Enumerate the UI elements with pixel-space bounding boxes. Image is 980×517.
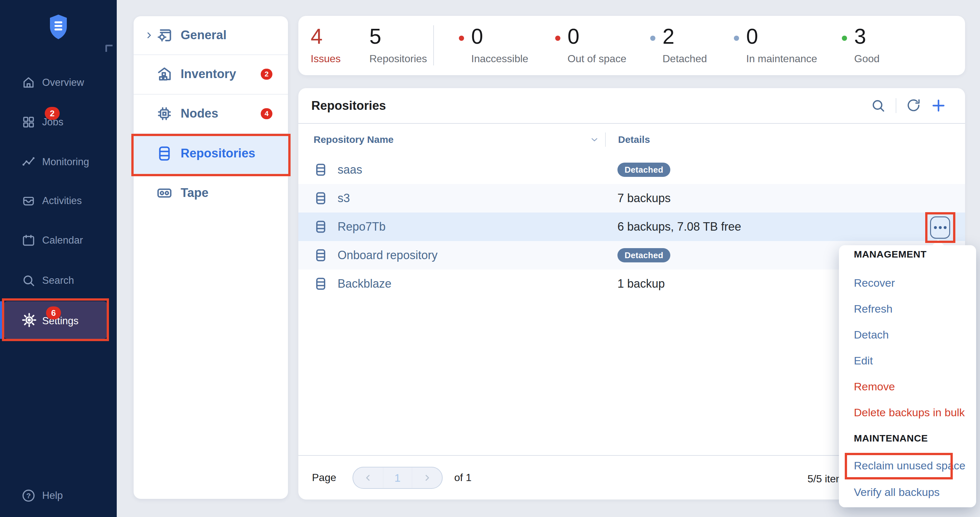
svg-text:?: ? — [26, 492, 31, 500]
nav-item-general[interactable]: General — [134, 16, 288, 54]
stat-label: Detached — [662, 53, 707, 65]
sidebar-item-monitoring[interactable]: Monitoring — [0, 152, 117, 172]
repositories-database-icon — [156, 145, 173, 162]
activities-inbox-icon — [21, 194, 36, 208]
row-actions-ellipsis-button[interactable] — [930, 216, 950, 239]
tape-cassette-icon — [156, 185, 173, 201]
repository-database-icon — [313, 220, 328, 234]
repository-details: 6 backups, 7.08 TB free — [605, 220, 741, 233]
search-icon — [21, 273, 36, 288]
sidebar-item-search[interactable]: Search — [0, 271, 117, 290]
repository-name[interactable]: Onboard repository — [337, 249, 438, 262]
menu-item-edit[interactable]: Edit — [839, 355, 976, 366]
detached-status-badge: Detached — [617, 248, 670, 262]
stat-good: 3 Good — [842, 16, 880, 65]
repository-database-icon — [313, 277, 328, 291]
repository-name[interactable]: saas — [337, 163, 362, 176]
table-row[interactable]: s3 7 backups — [298, 184, 965, 213]
jobs-count-badge: 2 — [45, 107, 60, 120]
repositories-status-summary: 4 Issues 5 Repositories 0 Inaccessible 0… — [298, 16, 965, 75]
sidebar-item-label: Activities — [42, 195, 82, 207]
settings-count-badge: 6 — [46, 306, 61, 319]
menu-item-reclaim-unused-space[interactable]: Reclaim unused space — [839, 460, 976, 471]
sidebar-item-calendar[interactable]: Calendar — [0, 231, 117, 250]
sidebar-collapse-icon[interactable] — [105, 45, 113, 52]
nodes-count-badge: 4 — [261, 108, 272, 119]
sidebar-item-label: Overview — [42, 77, 84, 89]
column-header-details[interactable]: Details — [606, 134, 650, 145]
menu-item-recover[interactable]: Recover — [839, 277, 976, 288]
menu-item-delete-backups-in-bulk[interactable]: Delete backups in bulk — [839, 407, 976, 418]
sidebar-item-label: Monitoring — [42, 156, 89, 168]
add-repository-icon[interactable] — [931, 98, 946, 113]
previous-page-chevron-icon[interactable] — [353, 468, 383, 488]
table-row[interactable]: saas Detached — [298, 155, 965, 184]
repository-actions-context-menu: MANAGEMENT Recover Refresh Detach Edit R… — [839, 245, 976, 507]
panel-title: Repositories — [311, 99, 386, 113]
next-page-chevron-icon[interactable] — [412, 468, 442, 488]
sort-chevron-down-icon[interactable] — [590, 135, 599, 144]
search-icon[interactable] — [870, 98, 886, 113]
toolbar-divider — [896, 98, 896, 113]
pager-control: 1 — [353, 467, 443, 489]
menu-item-detach[interactable]: Detach — [839, 329, 976, 340]
detached-status-badge: Detached — [617, 163, 670, 177]
menu-item-verify-all-backups[interactable]: Verify all backups — [839, 487, 976, 498]
nav-item-label: General — [181, 28, 227, 42]
sidebar-item-label: Calendar — [42, 235, 83, 246]
stat-label: Issues — [311, 53, 340, 65]
stat-value: 3 — [854, 24, 866, 48]
page-label: Page — [312, 472, 336, 484]
help-icon: ? — [21, 488, 36, 503]
repository-name[interactable]: s3 — [337, 192, 350, 205]
stat-inaccessible: 0 Inaccessible — [459, 16, 528, 65]
stat-label: Good — [854, 53, 880, 65]
stat-value: 0 — [568, 24, 579, 48]
status-dot-slate — [650, 36, 655, 41]
sidebar-item-overview[interactable]: Overview — [0, 73, 117, 92]
monitoring-chart-icon — [21, 155, 36, 169]
column-header-repository-name[interactable]: Repository Name — [313, 134, 394, 145]
calendar-icon — [21, 233, 36, 247]
stat-value: 4 — [311, 24, 323, 48]
stat-label: Repositories — [369, 53, 427, 65]
stat-label: Inaccessible — [471, 53, 528, 65]
repository-database-icon — [313, 191, 328, 205]
settings-secondary-nav: General Inventory 2 Nodes 4 Repositories… — [134, 16, 288, 499]
stat-value: 2 — [662, 24, 675, 48]
primary-sidebar: Overview Jobs 2 Monitoring Activities Ca… — [0, 0, 117, 517]
repository-name[interactable]: Repo7Tb — [337, 220, 386, 233]
refresh-icon[interactable] — [906, 98, 922, 113]
stat-detached: 2 Detached — [650, 16, 707, 65]
stat-value: 0 — [746, 24, 758, 48]
stat-issues: 4 Issues — [311, 16, 340, 65]
nav-item-nodes[interactable]: Nodes 4 — [134, 94, 288, 133]
repository-name[interactable]: Backblaze — [337, 277, 391, 290]
table-row-selected[interactable]: Repo7Tb 6 backups, 7.08 TB free — [298, 213, 965, 241]
nav-item-tape[interactable]: Tape — [134, 173, 288, 213]
repository-details: 7 backups — [605, 192, 671, 205]
nav-item-label: Repositories — [181, 146, 255, 160]
settings-selected-indicator — [0, 301, 4, 339]
repository-details: 1 backup — [605, 277, 665, 290]
stat-label: In maintenance — [746, 53, 817, 65]
chevron-right-icon — [144, 30, 154, 40]
inventory-count-badge: 2 — [261, 69, 272, 80]
panel-header: Repositories — [298, 88, 965, 124]
sidebar-item-help[interactable]: ? Help — [0, 486, 117, 505]
sidebar-item-activities[interactable]: Activities — [0, 191, 117, 211]
menu-item-remove[interactable]: Remove — [839, 381, 976, 392]
inventory-icon — [156, 66, 173, 82]
app-logo-shield-icon — [48, 14, 69, 40]
sidebar-item-label: Help — [42, 490, 63, 501]
current-page-number[interactable]: 1 — [383, 468, 412, 488]
status-dot-red — [459, 36, 464, 41]
status-dot-red — [555, 36, 560, 41]
sidebar-item-label: Search — [42, 275, 74, 286]
of-total-pages-label: of 1 — [454, 472, 471, 484]
menu-item-refresh[interactable]: Refresh — [839, 303, 976, 314]
nav-item-inventory[interactable]: Inventory 2 — [134, 54, 288, 94]
nav-item-repositories[interactable]: Repositories — [134, 133, 288, 173]
stat-repositories: 5 Repositories — [369, 16, 427, 65]
status-dot-green — [842, 36, 847, 41]
